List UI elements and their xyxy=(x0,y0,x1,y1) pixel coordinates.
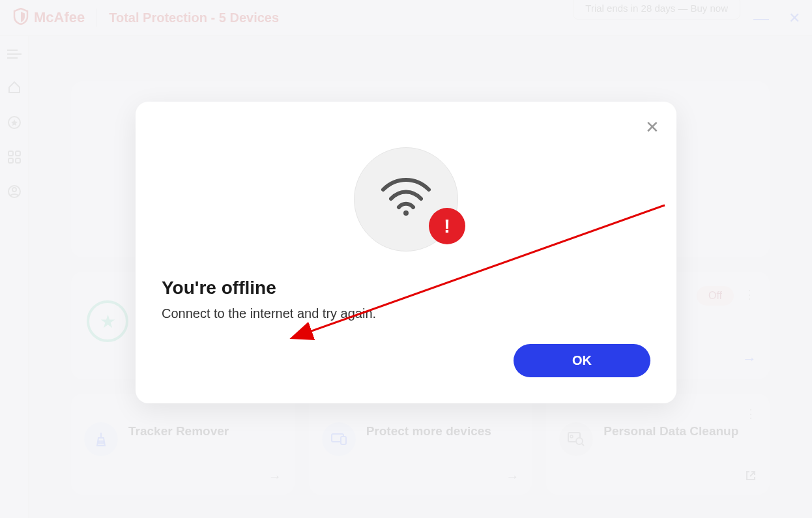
ok-button[interactable]: OK xyxy=(514,344,650,377)
modal-title: You're offline xyxy=(162,278,650,298)
modal-body-text: Connect to the internet and try again. xyxy=(162,306,650,321)
alert-badge-icon: ! xyxy=(429,208,465,244)
wifi-offline-icon: ! xyxy=(354,147,458,252)
modal-overlay: ✕ ! You're offline Connect to the intern… xyxy=(0,0,812,518)
close-icon[interactable]: ✕ xyxy=(645,117,660,137)
svg-point-16 xyxy=(403,210,409,216)
offline-modal: ✕ ! You're offline Connect to the intern… xyxy=(136,102,676,403)
